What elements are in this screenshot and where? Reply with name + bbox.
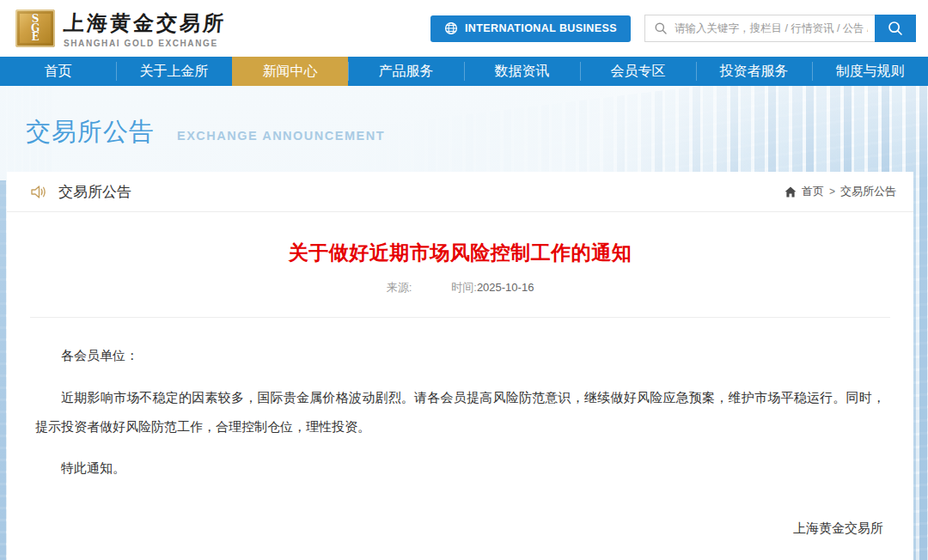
banner: 交易所公告 EXCHANGE ANNOUNCEMENT	[26, 115, 385, 149]
article-source-label: 来源:	[387, 280, 412, 295]
site-search	[644, 15, 916, 42]
article-time: 时间:2025-10-16	[451, 280, 534, 295]
article-paragraph: 特此通知。	[35, 453, 885, 483]
breadcrumb: 首页 > 交易所公告	[785, 184, 896, 199]
international-business-label: INTERNATIONAL BUSINESS	[465, 22, 617, 34]
card-header: 交易所公告 首页 > 交易所公告	[7, 172, 913, 212]
nav-item-home[interactable]: 首页	[0, 57, 116, 86]
logo-text: 上海黄金交易所 SHANGHAI GOLD EXCHANGE	[64, 9, 226, 48]
announcement-card: 交易所公告 首页 > 交易所公告 关于做好近期市场风险控制工作的通知 来源: 时…	[7, 172, 913, 560]
home-icon[interactable]	[785, 186, 797, 198]
article-paragraph: 近期影响市场不稳定的因素较多，国际贵金属价格波动剧烈。请各会员提高风险防范意识，…	[35, 383, 885, 441]
banner-subtitle: EXCHANGE ANNOUNCEMENT	[177, 129, 385, 143]
sge-monogram: SGE	[31, 15, 40, 42]
banner-title: 交易所公告	[26, 115, 155, 149]
section-title: 交易所公告	[58, 182, 131, 202]
search-input[interactable]	[675, 22, 868, 34]
globe-icon	[444, 21, 458, 35]
logo-cn-name: 上海黄金交易所	[63, 9, 227, 37]
sge-ingot-icon: SGE	[15, 9, 55, 47]
article-meta: 来源: 时间:2025-10-16	[7, 280, 913, 295]
main-nav: 首页 关于上金所 新闻中心 产品服务 数据资讯 会员专区 投资者服务 制度与规则	[0, 57, 928, 86]
international-business-button[interactable]: INTERNATIONAL BUSINESS	[430, 15, 631, 42]
announcement-article: 关于做好近期市场风险控制工作的通知 来源: 时间:2025-10-16 各会员单…	[7, 212, 913, 560]
search-icon	[654, 21, 668, 35]
nav-item-members[interactable]: 会员专区	[580, 57, 696, 86]
logo-en-name: SHANGHAI GOLD EXCHANGE	[64, 39, 226, 48]
article-title: 关于做好近期市场风险控制工作的通知	[7, 240, 913, 266]
article-paragraph: 各会员单位：	[35, 341, 885, 370]
nav-item-about[interactable]: 关于上金所	[116, 57, 232, 86]
article-signature: 上海黄金交易所	[37, 520, 883, 537]
breadcrumb-current: 交易所公告	[840, 184, 896, 199]
search-submit-button[interactable]	[875, 15, 916, 42]
nav-item-rules[interactable]: 制度与规则	[812, 57, 928, 86]
nav-item-products[interactable]: 产品服务	[348, 57, 464, 86]
nav-item-data[interactable]: 数据资讯	[464, 57, 580, 86]
speaker-icon	[30, 184, 48, 200]
nav-item-news-center[interactable]: 新闻中心	[232, 57, 348, 86]
article-time-value: 2025-10-16	[477, 281, 534, 294]
breadcrumb-home[interactable]: 首页	[802, 184, 824, 199]
site-header: SGE 上海黄金交易所 SHANGHAI GOLD EXCHANGE INTER…	[0, 0, 928, 57]
page-background: 交易所公告 EXCHANGE ANNOUNCEMENT 交易所公告 首页 > 交…	[0, 86, 928, 560]
breadcrumb-separator: >	[829, 186, 835, 198]
nav-item-investor-services[interactable]: 投资者服务	[696, 57, 812, 86]
signature-block: 上海黄金交易所 2025年10月16日	[7, 520, 913, 560]
article-time-label: 时间:	[451, 281, 477, 294]
article-body: 各会员单位： 近期影响市场不稳定的因素较多，国际贵金属价格波动剧烈。请各会员提高…	[7, 318, 913, 483]
search-submit-icon	[887, 20, 904, 37]
sge-logo: SGE 上海黄金交易所 SHANGHAI GOLD EXCHANGE	[15, 9, 226, 48]
